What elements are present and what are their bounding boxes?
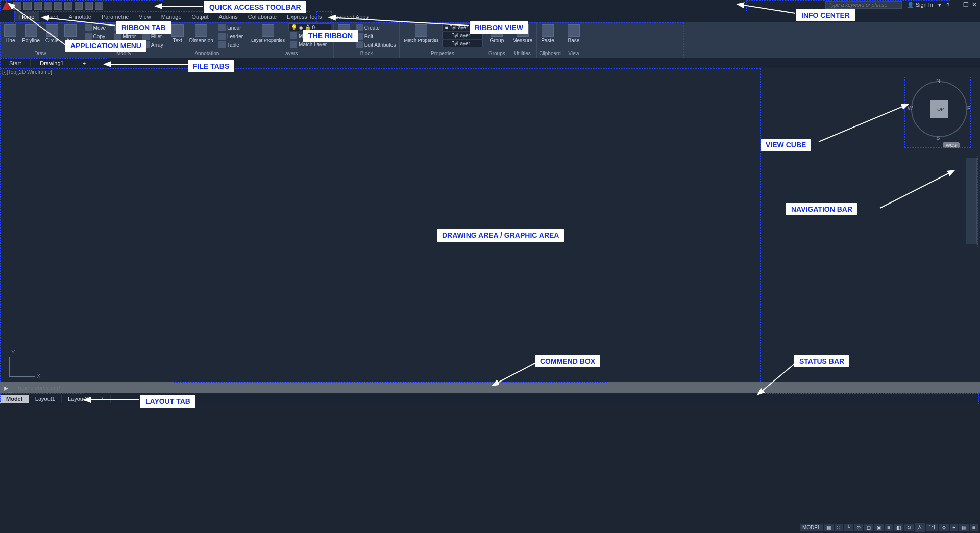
status-polar-icon[interactable]: ⊙	[854, 524, 863, 531]
status-ortho-icon[interactable]: └	[844, 524, 852, 531]
status-lwt-icon[interactable]: ≡	[885, 524, 893, 531]
linear-button[interactable]: Linear	[217, 23, 244, 32]
edit-attr-button[interactable]: Edit Attributes	[354, 41, 398, 49]
edit-block-button[interactable]: Edit	[354, 32, 398, 40]
tab-insert[interactable]: Insert	[39, 12, 64, 21]
panel-annotation-title: Annotation	[169, 50, 244, 57]
viewport-label[interactable]: [-][Top][2D Wireframe]	[2, 69, 52, 75]
status-anno-icon[interactable]: 人	[915, 523, 925, 532]
dimension-icon	[195, 24, 207, 37]
panel-clipboard: Paste Clipboard	[537, 22, 564, 58]
qat-new-icon[interactable]	[13, 2, 21, 10]
status-plus-icon[interactable]: +	[950, 524, 958, 531]
ucs-icon: Y X	[9, 351, 40, 377]
viewcube-face[interactable]: TOP	[930, 100, 948, 118]
attr-icon	[356, 41, 363, 48]
status-gear-icon[interactable]: ⚙	[939, 524, 949, 531]
help-icon[interactable]: ?	[946, 2, 949, 8]
mirror-icon	[114, 33, 121, 40]
wcs-badge[interactable]: WCS	[943, 142, 960, 148]
status-model[interactable]: MODEL	[800, 524, 823, 531]
circle-icon	[46, 24, 58, 37]
tab-addins[interactable]: Add-ins	[214, 12, 243, 21]
tab-parametric[interactable]: Parametric	[96, 12, 134, 21]
leader-icon	[218, 33, 226, 40]
dimension-button[interactable]: Dimension	[187, 23, 215, 44]
app-logo-icon[interactable]	[2, 1, 11, 10]
panel-properties-title: Properties	[402, 50, 483, 57]
command-line[interactable]: ▸_	[0, 382, 980, 393]
maximize-button[interactable]: ❐	[963, 1, 969, 8]
panel-block-title: Block	[336, 50, 398, 57]
layout-tab-layout1[interactable]: Layout1	[29, 395, 62, 403]
status-menu-icon[interactable]: ≡	[970, 524, 978, 531]
base-icon	[568, 24, 580, 37]
tab-output[interactable]: Output	[187, 12, 214, 21]
layout-tab-add[interactable]: +	[94, 395, 110, 403]
command-icon: ▸_	[4, 383, 13, 393]
leader-button[interactable]: Leader	[217, 32, 244, 40]
label-status-bar: STATUS BAR	[794, 355, 849, 367]
qat-print-icon[interactable]	[64, 2, 72, 10]
tab-view[interactable]: View	[134, 12, 156, 21]
qat-share-icon[interactable]	[95, 2, 103, 10]
tab-featured[interactable]: Featured Apps	[327, 12, 374, 21]
viewcube-s[interactable]: S	[936, 135, 940, 141]
match-prop-icon	[415, 24, 427, 37]
status-scale[interactable]: 1:1	[926, 524, 938, 531]
status-snap-icon[interactable]: ∷	[835, 524, 843, 531]
viewcube-w[interactable]: W	[908, 105, 913, 111]
layer-properties-button[interactable]: Layer Properties	[249, 23, 287, 44]
command-input[interactable]	[17, 385, 976, 391]
tab-manage[interactable]: Manage	[156, 12, 187, 21]
minimize-button[interactable]: —	[954, 1, 960, 8]
file-tab-drawing1[interactable]: Drawing1	[31, 59, 73, 67]
layout-tab-model[interactable]: Model	[0, 395, 29, 403]
layout-tab-layout2[interactable]: Layout2	[62, 395, 94, 403]
file-tab-start[interactable]: Start	[0, 59, 31, 67]
text-button[interactable]: Text	[169, 23, 186, 44]
info-center: 👤 Sign In ▾ ?	[825, 1, 949, 9]
qat-redo-icon[interactable]	[85, 2, 93, 10]
viewcube-e[interactable]: E	[967, 105, 971, 111]
linetype-dropdown[interactable]: — ByLayer	[442, 40, 483, 47]
status-iso-icon[interactable]: ▤	[959, 524, 969, 531]
drawing-area[interactable]: [-][Top][2D Wireframe] TOP N S E W WCS Y…	[0, 68, 980, 382]
line-button[interactable]: Line	[2, 23, 18, 44]
tab-collaborate[interactable]: Collaborate	[243, 12, 282, 21]
circle-button[interactable]: Circle	[43, 23, 61, 44]
label-app-menu: APPLICATION MENU	[65, 40, 146, 52]
navigation-bar[interactable]	[966, 158, 977, 244]
status-osnap-icon[interactable]: ◻	[864, 524, 873, 531]
tab-home[interactable]: Home	[14, 12, 39, 21]
qat-save-icon[interactable]	[34, 2, 42, 10]
qat-undo-icon[interactable]	[75, 2, 83, 10]
qat-plot-icon[interactable]	[54, 2, 62, 10]
table-button[interactable]: Table	[217, 41, 244, 49]
status-cycle-icon[interactable]: ↻	[904, 524, 914, 531]
qat-open-icon[interactable]	[23, 2, 32, 10]
file-tab-new[interactable]: +	[74, 59, 95, 67]
status-grid-icon[interactable]: ▦	[824, 524, 834, 531]
panel-annotation: Text Dimension Linear Leader Table Annot…	[167, 22, 247, 58]
create-block-button[interactable]: Create	[354, 23, 398, 32]
help-icon[interactable]: ▾	[938, 2, 941, 8]
paste-button[interactable]: Paste	[539, 23, 556, 44]
label-info-center: INFO CENTER	[796, 9, 855, 21]
label-ribbon-tab: RIBBON TAB	[116, 21, 171, 34]
tab-annotate[interactable]: Annotate	[64, 12, 96, 21]
view-cube[interactable]: TOP N S E W	[909, 79, 970, 140]
status-3d-icon[interactable]: ▣	[874, 524, 884, 531]
match-properties-button[interactable]: Match Properties	[402, 23, 440, 44]
viewcube-n[interactable]: N	[936, 78, 940, 84]
base-button[interactable]: Base	[566, 23, 582, 44]
close-button[interactable]: ✕	[972, 1, 977, 8]
search-input[interactable]	[825, 1, 902, 9]
signin-button[interactable]: 👤 Sign In	[907, 2, 933, 8]
tab-express[interactable]: Express Tools	[282, 12, 327, 21]
copy-button[interactable]: Copy	[83, 32, 111, 40]
move-button[interactable]: Move	[83, 23, 111, 32]
polyline-button[interactable]: Polyline	[20, 23, 42, 44]
qat-saveas-icon[interactable]	[44, 2, 52, 10]
status-transparency-icon[interactable]: ◧	[894, 524, 903, 531]
